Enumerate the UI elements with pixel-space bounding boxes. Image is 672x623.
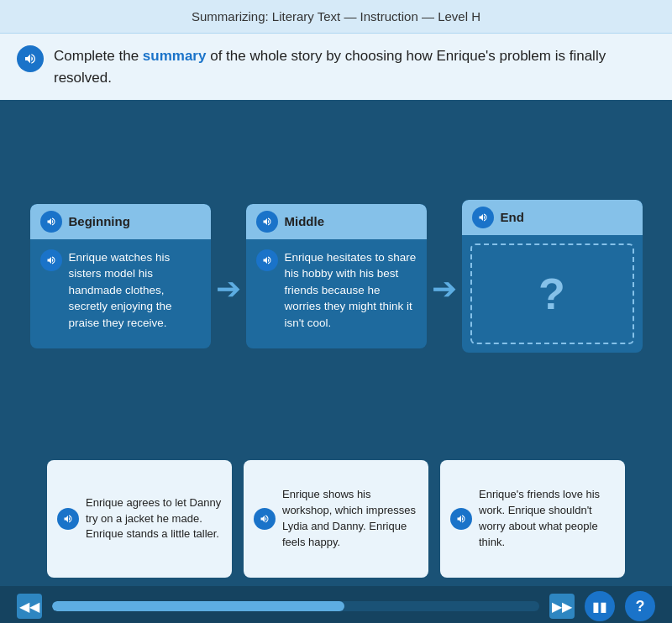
choice-card-3[interactable]: Enrique's friends love his work. Enrique… <box>440 460 625 578</box>
middle-text-speaker-button[interactable] <box>256 249 278 271</box>
choices-area: Enrique agrees to let Danny try on a jac… <box>0 452 672 586</box>
choice-text-1: Enrique agrees to let Danny try on a jac… <box>86 495 222 543</box>
speaker-icon <box>456 514 466 524</box>
beginning-card: Beginning Enrique watches his sisters mo… <box>30 204 211 348</box>
bottom-bar: ◀◀ ▶▶ ▮▮ ? <box>0 586 672 623</box>
beginning-label: Beginning <box>69 214 130 228</box>
speaker-icon <box>262 217 272 227</box>
instruction-highlight: summary <box>143 48 207 64</box>
beginning-text: Enrique watches his sisters model his ha… <box>69 249 201 332</box>
progress-bar-fill <box>52 601 344 611</box>
middle-card-header: Middle <box>246 204 427 239</box>
beginning-text-speaker-button[interactable] <box>40 249 62 271</box>
progress-bar-container <box>52 601 539 611</box>
end-question-mark: ? <box>538 269 565 319</box>
main-content: Beginning Enrique watches his sisters mo… <box>0 100 672 452</box>
arrow-2: ➔ <box>432 271 457 306</box>
beginning-speaker-button[interactable] <box>40 211 62 233</box>
middle-card: Middle Enrique hesitates to share his ho… <box>246 204 427 348</box>
middle-label: Middle <box>285 214 325 228</box>
speaker-icon <box>46 217 56 227</box>
end-card: End ? <box>462 200 643 353</box>
choice-card-1[interactable]: Enrique agrees to let Danny try on a jac… <box>47 460 232 578</box>
end-card-body[interactable]: ? <box>470 243 634 344</box>
instruction-text-before: Complete the <box>54 48 143 64</box>
story-row: Beginning Enrique watches his sisters mo… <box>25 200 647 353</box>
forward-button[interactable]: ▶▶ <box>549 594 575 619</box>
instruction-speaker-button[interactable] <box>17 45 44 72</box>
speaker-icon <box>46 255 56 265</box>
choice2-speaker-button[interactable] <box>254 508 276 530</box>
choice1-speaker-button[interactable] <box>57 508 79 530</box>
back-button[interactable]: ◀◀ <box>17 594 42 619</box>
choice3-speaker-button[interactable] <box>450 508 472 530</box>
header-bar: Summarizing: Literary Text — Instruction… <box>0 0 672 34</box>
middle-speaker-button[interactable] <box>256 211 278 233</box>
speaker-icon <box>24 52 37 65</box>
speaker-icon <box>63 514 73 524</box>
choice-card-2[interactable]: Enrique shows his workshop, which impres… <box>244 460 428 578</box>
pause-button[interactable]: ▮▮ <box>585 591 615 621</box>
help-icon: ? <box>636 598 645 615</box>
arrow-1: ➔ <box>216 271 241 306</box>
choice-text-2: Enrique shows his workshop, which impres… <box>282 487 418 550</box>
end-label: End <box>501 210 524 224</box>
speaker-icon <box>262 255 272 265</box>
choice-text-3: Enrique's friends love his work. Enrique… <box>479 487 615 550</box>
instruction-text: Complete the summary of the whole story … <box>54 45 655 88</box>
end-speaker-button[interactable] <box>472 207 494 228</box>
instruction-area: Complete the summary of the whole story … <box>0 34 672 100</box>
help-button[interactable]: ? <box>625 591 655 621</box>
middle-text: Enrique hesitates to share his hobby wit… <box>285 249 417 332</box>
middle-card-body: Enrique hesitates to share his hobby wit… <box>246 239 427 348</box>
speaker-icon <box>478 212 488 222</box>
header-title: Summarizing: Literary Text — Instruction… <box>192 9 480 24</box>
beginning-card-body: Enrique watches his sisters model his ha… <box>30 239 211 348</box>
beginning-card-header: Beginning <box>30 204 211 239</box>
end-card-header: End <box>462 200 643 235</box>
speaker-icon <box>260 514 270 524</box>
pause-icon: ▮▮ <box>592 599 607 615</box>
